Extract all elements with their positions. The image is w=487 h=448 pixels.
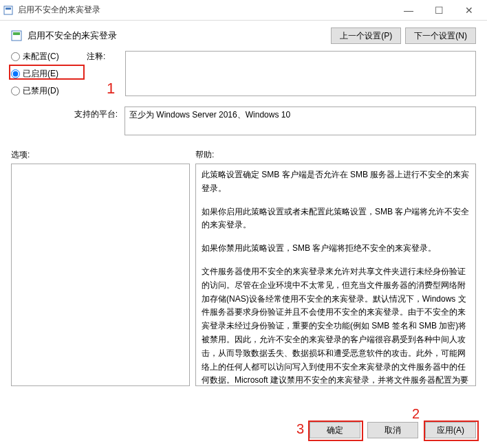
policy-header: 启用不安全的来宾登录 上一个设置(P) 下一个设置(N) xyxy=(11,27,476,44)
help-paragraph: 如果你启用此策略设置或者未配置此策略设置，SMB 客户端将允许不安全的来宾登录。 xyxy=(202,205,470,233)
ok-button[interactable]: 确定 xyxy=(310,422,360,438)
close-button[interactable]: ✕ xyxy=(454,1,484,20)
window-title: 启用不安全的来宾登录 xyxy=(18,4,393,16)
help-label: 帮助: xyxy=(195,149,476,161)
help-paragraph: 此策略设置确定 SMB 客户端是否允许在 SMB 服务器上进行不安全的来宾登录。 xyxy=(202,168,470,196)
options-panel xyxy=(11,164,190,386)
options-label: 选项: xyxy=(11,149,195,161)
annotation-number-3: 3 xyxy=(296,421,304,437)
cancel-button[interactable]: 取消 xyxy=(367,422,418,438)
previous-setting-button[interactable]: 上一个设置(P) xyxy=(331,27,401,44)
radio-enabled[interactable]: 已启用(E) xyxy=(11,68,80,80)
minimize-button[interactable]: — xyxy=(393,1,424,20)
supported-platforms-field[interactable]: 至少为 Windows Server 2016、Windows 10 xyxy=(125,107,476,135)
policy-icon xyxy=(11,30,22,41)
radio-disabled[interactable]: 已禁用(D) xyxy=(11,85,80,97)
policy-title: 启用不安全的来宾登录 xyxy=(28,30,327,42)
apply-button[interactable]: 应用(A) xyxy=(425,422,476,438)
help-panel[interactable]: 此策略设置确定 SMB 客户端是否允许在 SMB 服务器上进行不安全的来宾登录。… xyxy=(195,164,476,386)
annotation-number-2: 2 xyxy=(412,406,420,422)
help-paragraph: 文件服务器使用不安全的来宾登录来允许对共享文件夹进行未经身份验证的访问。尽管在企… xyxy=(202,265,470,386)
svg-rect-1 xyxy=(6,8,11,10)
help-paragraph: 如果你禁用此策略设置，SMB 客户端将拒绝不安全的来宾登录。 xyxy=(202,242,470,256)
titlebar: 启用不安全的来宾登录 — ☐ ✕ xyxy=(0,0,487,21)
dialog-footer: 确定 取消 应用(A) xyxy=(310,422,476,438)
app-icon xyxy=(3,5,14,16)
next-setting-button[interactable]: 下一个设置(N) xyxy=(405,27,476,44)
svg-rect-3 xyxy=(13,32,20,35)
supported-platforms-label: 支持的平台: xyxy=(11,107,125,120)
comment-textarea[interactable] xyxy=(125,51,476,96)
radio-not-configured[interactable]: 未配置(C) xyxy=(11,51,80,63)
maximize-button[interactable]: ☐ xyxy=(424,1,454,20)
comment-label: 注释: xyxy=(87,51,125,102)
svg-rect-0 xyxy=(4,6,12,14)
